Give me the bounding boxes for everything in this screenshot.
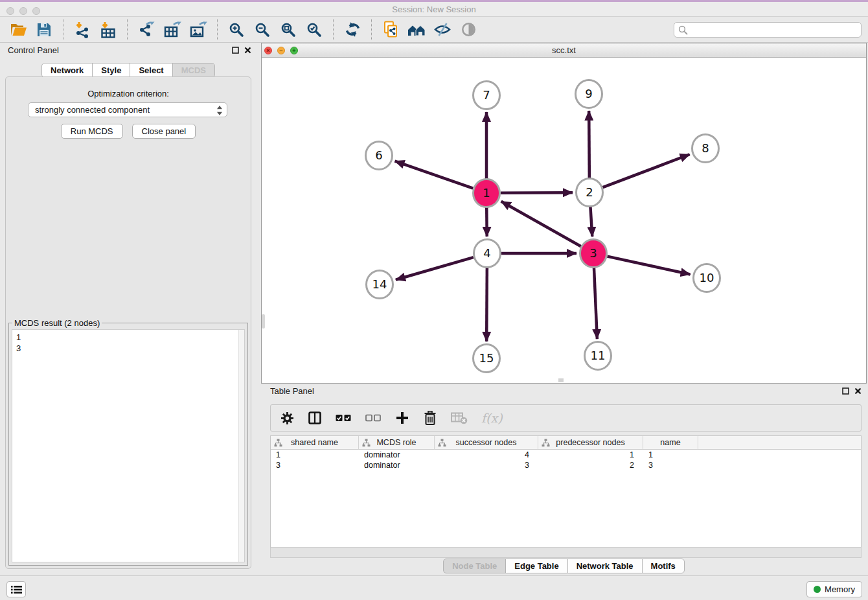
criterion-dropdown[interactable]: strongly connected component <box>28 102 227 117</box>
column-header-MCDS-role[interactable]: MCDS role <box>359 436 435 449</box>
memory-status-icon <box>814 586 821 593</box>
export-image-icon[interactable] <box>187 19 209 40</box>
svg-text:8: 8 <box>702 141 709 155</box>
close-panel-icon[interactable] <box>854 387 862 395</box>
run-mcds-button[interactable]: Run MCDS <box>61 124 123 139</box>
graph-edge-1-6[interactable] <box>395 161 474 189</box>
zoom-fit-icon[interactable] <box>277 19 299 40</box>
toolbar-separator <box>333 19 334 40</box>
graph-edge-3-1[interactable] <box>501 202 581 246</box>
graph-node-2[interactable]: 2 <box>577 179 603 207</box>
zoom-selected-icon[interactable] <box>303 19 325 40</box>
zoom-out-icon[interactable] <box>251 19 273 40</box>
tab-style[interactable]: Style <box>92 63 130 78</box>
network-canvas[interactable]: 7968124314101511 <box>262 58 866 383</box>
cell-predecessor-nodes: 1 <box>538 450 643 459</box>
graph-node-1[interactable]: 1 <box>474 179 500 207</box>
import-table-icon[interactable] <box>97 19 119 40</box>
tab-network-table[interactable]: Network Table <box>567 559 643 573</box>
tab-mcds[interactable]: MCDS <box>172 63 215 78</box>
graph-edge-3-11[interactable] <box>594 268 597 339</box>
graph-edge-1-2[interactable] <box>501 192 573 193</box>
tab-node-table[interactable]: Node Table <box>443 559 506 573</box>
graph-node-8[interactable]: 8 <box>692 135 719 163</box>
delete-table-icon[interactable] <box>451 410 468 426</box>
settings-icon[interactable] <box>280 410 294 426</box>
cell-successor-nodes: 4 <box>435 450 538 459</box>
graph-node-9[interactable]: 9 <box>576 80 602 108</box>
function-builder-icon[interactable]: f(x) <box>481 410 503 426</box>
graph-edge-2-3[interactable] <box>590 207 592 237</box>
float-panel-icon[interactable] <box>232 47 239 54</box>
add-column-icon[interactable] <box>395 410 409 426</box>
graph-edge-4-15[interactable] <box>486 268 487 341</box>
first-neighbors-icon[interactable] <box>405 19 428 40</box>
search-field[interactable] <box>674 22 862 38</box>
mcds-result-list[interactable]: 1 3 <box>12 329 245 562</box>
svg-text:15: 15 <box>479 351 494 365</box>
memory-label: Memory <box>825 584 855 594</box>
tab-edge-table[interactable]: Edge Table <box>505 559 567 573</box>
delete-column-icon[interactable] <box>423 410 437 426</box>
graph-edge-2-8[interactable] <box>603 154 690 187</box>
clone-network-icon[interactable] <box>380 19 402 40</box>
search-input[interactable] <box>691 23 861 36</box>
column-header-name[interactable]: name <box>643 436 698 449</box>
save-session-icon[interactable] <box>33 19 55 40</box>
column-header-shared-name[interactable]: shared name <box>271 436 359 449</box>
column-header-predecessor-nodes[interactable]: predecessor nodes <box>538 436 643 449</box>
graph-node-14[interactable]: 14 <box>367 271 393 299</box>
status-bar: Memory <box>0 575 868 600</box>
splitter-grip-icon[interactable] <box>558 378 564 382</box>
show-all-icon[interactable] <box>457 19 479 40</box>
splitter-grip-icon[interactable] <box>262 314 265 329</box>
table-body: 1dominator4113dominator323 <box>271 450 861 470</box>
select-all-checkboxes-icon[interactable] <box>336 410 352 426</box>
graph-node-6[interactable]: 6 <box>366 142 393 170</box>
table-row[interactable]: 3dominator323 <box>271 460 861 470</box>
column-header-successor-nodes[interactable]: successor nodes <box>435 436 538 449</box>
deselect-all-checkboxes-icon[interactable] <box>365 410 382 426</box>
toolbar-separator <box>371 19 372 40</box>
float-panel-icon[interactable] <box>842 387 849 395</box>
dropdown-stepper-icon <box>216 105 223 116</box>
cell-shared-name: 3 <box>271 461 359 470</box>
task-history-button[interactable] <box>6 581 26 597</box>
svg-text:9: 9 <box>585 87 592 100</box>
tab-select[interactable]: Select <box>130 63 172 78</box>
network-window-titlebar[interactable]: × − + scc.txt <box>262 43 866 58</box>
toolbar-separator <box>127 19 128 40</box>
table-row[interactable]: 1dominator411 <box>271 450 861 460</box>
svg-text:14: 14 <box>372 277 387 291</box>
hide-selected-icon[interactable] <box>431 19 453 40</box>
close-panel-button[interactable]: Close panel <box>132 124 196 139</box>
memory-button[interactable]: Memory <box>806 581 862 597</box>
list-icon <box>11 585 22 594</box>
graph-edge-2-9[interactable] <box>589 111 589 178</box>
export-network-icon[interactable] <box>135 19 157 40</box>
show-hide-columns-icon[interactable] <box>308 410 322 426</box>
result-scrollbar[interactable] <box>238 330 244 562</box>
mcds-result-group: MCDS result (2 nodes) 1 3 <box>8 318 248 566</box>
import-network-icon[interactable] <box>71 19 93 40</box>
zoom-in-icon[interactable] <box>225 19 247 40</box>
table-horizontal-scrollbar[interactable] <box>270 548 862 558</box>
graph-node-4[interactable]: 4 <box>474 240 501 268</box>
table-tabs: Node Table Edge Table Network Table Moti… <box>261 559 867 573</box>
graph-node-10[interactable]: 10 <box>694 264 720 292</box>
graph-edge-3-10[interactable] <box>607 257 690 275</box>
tab-network[interactable]: Network <box>41 63 93 78</box>
export-table-icon[interactable] <box>161 19 183 40</box>
mcds-result-values: 1 3 <box>12 330 238 562</box>
graph-node-11[interactable]: 11 <box>585 342 611 370</box>
apply-layout-icon[interactable] <box>341 19 363 40</box>
graph-node-3[interactable]: 3 <box>580 240 607 268</box>
node-table[interactable]: shared nameMCDS rolesuccessor nodesprede… <box>270 435 862 548</box>
network-graph[interactable]: 7968124314101511 <box>262 58 866 384</box>
graph-node-7[interactable]: 7 <box>474 82 500 110</box>
graph-edge-4-14[interactable] <box>396 257 474 280</box>
close-panel-icon[interactable] <box>244 47 251 54</box>
open-session-icon[interactable] <box>7 19 29 40</box>
tab-motifs[interactable]: Motifs <box>642 559 685 573</box>
graph-node-15[interactable]: 15 <box>474 345 500 373</box>
